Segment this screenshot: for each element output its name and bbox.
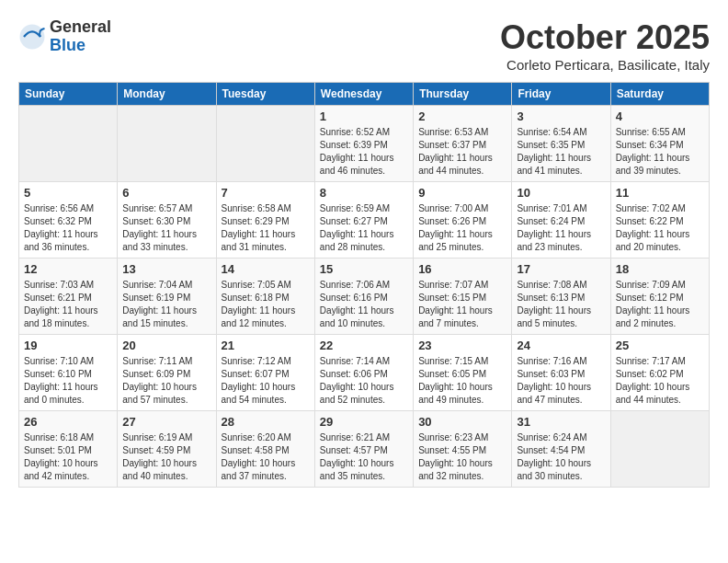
day-info: Sunrise: 6:57 AM Sunset: 6:30 PM Dayligh… — [122, 202, 210, 254]
day-info: Sunrise: 7:15 AM Sunset: 6:05 PM Dayligh… — [418, 355, 506, 407]
day-info: Sunrise: 7:12 AM Sunset: 6:07 PM Dayligh… — [222, 355, 310, 407]
month-title: October 2025 — [500, 18, 710, 57]
day-info: Sunrise: 6:58 AM Sunset: 6:29 PM Dayligh… — [222, 202, 310, 254]
day-number: 24 — [517, 339, 605, 352]
day-number: 14 — [222, 262, 310, 276]
calendar-cell — [610, 411, 709, 488]
day-info: Sunrise: 6:59 AM Sunset: 6:27 PM Dayligh… — [320, 202, 408, 254]
calendar-cell: 27Sunrise: 6:19 AM Sunset: 4:59 PM Dayli… — [118, 411, 216, 488]
day-number: 20 — [122, 339, 210, 352]
logo-icon — [18, 23, 46, 51]
location: Corleto Perticara, Basilicate, Italy — [500, 57, 710, 73]
day-header-wednesday: Wednesday — [314, 83, 413, 106]
day-info: Sunrise: 6:19 AM Sunset: 4:59 PM Dayligh… — [122, 431, 210, 483]
day-header-tuesday: Tuesday — [216, 83, 314, 106]
day-number: 17 — [517, 262, 605, 276]
calendar-cell — [19, 106, 118, 182]
day-info: Sunrise: 7:11 AM Sunset: 6:09 PM Dayligh… — [122, 355, 210, 407]
calendar-cell: 23Sunrise: 7:15 AM Sunset: 6:05 PM Dayli… — [414, 335, 512, 411]
day-number: 2 — [418, 109, 506, 123]
day-info: Sunrise: 7:06 AM Sunset: 6:16 PM Dayligh… — [320, 279, 408, 330]
day-number: 18 — [616, 262, 704, 276]
day-number: 30 — [418, 415, 506, 429]
calendar-cell: 20Sunrise: 7:11 AM Sunset: 6:09 PM Dayli… — [118, 335, 216, 411]
week-row-4: 19Sunrise: 7:10 AM Sunset: 6:10 PM Dayli… — [19, 335, 710, 411]
day-number: 7 — [222, 186, 310, 200]
day-number: 13 — [122, 262, 210, 276]
calendar-cell: 19Sunrise: 7:10 AM Sunset: 6:10 PM Dayli… — [19, 335, 118, 411]
day-header-thursday: Thursday — [414, 83, 512, 106]
day-info: Sunrise: 7:05 AM Sunset: 6:18 PM Dayligh… — [222, 279, 310, 330]
calendar-cell: 31Sunrise: 6:24 AM Sunset: 4:54 PM Dayli… — [512, 411, 610, 488]
calendar-cell: 10Sunrise: 7:01 AM Sunset: 6:24 PM Dayli… — [512, 182, 610, 259]
day-info: Sunrise: 6:52 AM Sunset: 6:39 PM Dayligh… — [320, 126, 408, 178]
day-info: Sunrise: 7:10 AM Sunset: 6:10 PM Dayligh… — [24, 355, 112, 407]
day-info: Sunrise: 7:01 AM Sunset: 6:24 PM Dayligh… — [517, 202, 605, 254]
logo-general: General — [50, 18, 111, 37]
calendar-table: SundayMondayTuesdayWednesdayThursdayFrid… — [18, 82, 710, 488]
day-info: Sunrise: 6:18 AM Sunset: 5:01 PM Dayligh… — [24, 431, 112, 483]
day-info: Sunrise: 7:07 AM Sunset: 6:15 PM Dayligh… — [418, 279, 506, 330]
day-info: Sunrise: 7:14 AM Sunset: 6:06 PM Dayligh… — [320, 355, 408, 407]
day-info: Sunrise: 6:56 AM Sunset: 6:32 PM Dayligh… — [24, 202, 112, 254]
day-number: 27 — [122, 415, 210, 429]
day-number: 25 — [616, 339, 704, 352]
day-number: 21 — [222, 339, 310, 352]
day-number: 15 — [320, 262, 408, 276]
day-info: Sunrise: 6:53 AM Sunset: 6:37 PM Dayligh… — [418, 126, 506, 178]
calendar-cell: 28Sunrise: 6:20 AM Sunset: 4:58 PM Dayli… — [216, 411, 314, 488]
day-number: 28 — [222, 415, 310, 429]
day-header-monday: Monday — [118, 83, 216, 106]
calendar-cell: 7Sunrise: 6:58 AM Sunset: 6:29 PM Daylig… — [216, 182, 314, 259]
calendar-cell: 3Sunrise: 6:54 AM Sunset: 6:35 PM Daylig… — [512, 106, 610, 182]
day-info: Sunrise: 6:23 AM Sunset: 4:55 PM Dayligh… — [418, 431, 506, 483]
calendar-cell: 11Sunrise: 7:02 AM Sunset: 6:22 PM Dayli… — [610, 182, 709, 259]
day-number: 8 — [320, 186, 408, 200]
day-number: 23 — [418, 339, 506, 352]
day-number: 29 — [320, 415, 408, 429]
title-block: October 2025 Corleto Perticara, Basilica… — [500, 18, 710, 73]
calendar-cell: 1Sunrise: 6:52 AM Sunset: 6:39 PM Daylig… — [314, 106, 413, 182]
calendar-cell: 14Sunrise: 7:05 AM Sunset: 6:18 PM Dayli… — [216, 259, 314, 335]
day-number: 26 — [24, 415, 112, 429]
calendar-cell: 4Sunrise: 6:55 AM Sunset: 6:34 PM Daylig… — [610, 106, 709, 182]
day-info: Sunrise: 7:04 AM Sunset: 6:19 PM Dayligh… — [122, 279, 210, 330]
calendar-cell: 29Sunrise: 6:21 AM Sunset: 4:57 PM Dayli… — [314, 411, 413, 488]
day-info: Sunrise: 7:08 AM Sunset: 6:13 PM Dayligh… — [517, 279, 605, 330]
calendar-cell: 16Sunrise: 7:07 AM Sunset: 6:15 PM Dayli… — [414, 259, 512, 335]
day-number: 19 — [24, 339, 112, 352]
calendar-cell: 22Sunrise: 7:14 AM Sunset: 6:06 PM Dayli… — [314, 335, 413, 411]
day-info: Sunrise: 7:17 AM Sunset: 6:02 PM Dayligh… — [616, 355, 704, 407]
day-header-sunday: Sunday — [19, 83, 118, 106]
day-number: 3 — [517, 109, 605, 123]
page-header: General Blue October 2025 Corleto Pertic… — [18, 18, 710, 73]
calendar-cell: 9Sunrise: 7:00 AM Sunset: 6:26 PM Daylig… — [414, 182, 512, 259]
day-number: 6 — [122, 186, 210, 200]
logo: General Blue — [18, 18, 111, 55]
calendar-cell: 5Sunrise: 6:56 AM Sunset: 6:32 PM Daylig… — [19, 182, 118, 259]
day-number: 1 — [320, 109, 408, 123]
day-info: Sunrise: 7:02 AM Sunset: 6:22 PM Dayligh… — [616, 202, 704, 254]
day-info: Sunrise: 6:20 AM Sunset: 4:58 PM Dayligh… — [222, 431, 310, 483]
day-number: 16 — [418, 262, 506, 276]
svg-point-0 — [20, 24, 45, 49]
day-info: Sunrise: 6:24 AM Sunset: 4:54 PM Dayligh… — [517, 431, 605, 483]
day-number: 9 — [418, 186, 506, 200]
day-number: 31 — [517, 415, 605, 429]
day-number: 11 — [616, 186, 704, 200]
calendar-cell: 12Sunrise: 7:03 AM Sunset: 6:21 PM Dayli… — [19, 259, 118, 335]
week-row-2: 5Sunrise: 6:56 AM Sunset: 6:32 PM Daylig… — [19, 182, 710, 259]
calendar-cell: 30Sunrise: 6:23 AM Sunset: 4:55 PM Dayli… — [414, 411, 512, 488]
calendar-cell — [118, 106, 216, 182]
calendar-cell: 18Sunrise: 7:09 AM Sunset: 6:12 PM Dayli… — [610, 259, 709, 335]
day-info: Sunrise: 7:00 AM Sunset: 6:26 PM Dayligh… — [418, 202, 506, 254]
week-row-1: 1Sunrise: 6:52 AM Sunset: 6:39 PM Daylig… — [19, 106, 710, 182]
day-info: Sunrise: 6:55 AM Sunset: 6:34 PM Dayligh… — [616, 126, 704, 178]
day-info: Sunrise: 7:16 AM Sunset: 6:03 PM Dayligh… — [517, 355, 605, 407]
calendar-cell: 24Sunrise: 7:16 AM Sunset: 6:03 PM Dayli… — [512, 335, 610, 411]
day-header-friday: Friday — [512, 83, 610, 106]
calendar-cell: 2Sunrise: 6:53 AM Sunset: 6:37 PM Daylig… — [414, 106, 512, 182]
logo-text: General Blue — [50, 18, 111, 55]
calendar-cell: 21Sunrise: 7:12 AM Sunset: 6:07 PM Dayli… — [216, 335, 314, 411]
calendar-cell: 26Sunrise: 6:18 AM Sunset: 5:01 PM Dayli… — [19, 411, 118, 488]
